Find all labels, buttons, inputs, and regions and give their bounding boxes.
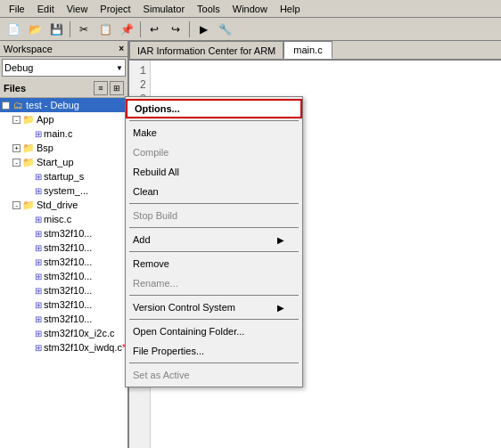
tree-item-bsp[interactable]: + 📁 Bsp <box>0 141 127 155</box>
ctx-file-props[interactable]: File Properties... <box>126 341 302 361</box>
menu-edit[interactable]: Edit <box>32 3 60 15</box>
sep1 <box>70 21 70 37</box>
ctx-stop-build: Stop Build <box>126 206 302 225</box>
expand-icon[interactable]: - <box>12 159 21 167</box>
ctx-rename: Rename... <box>126 273 302 293</box>
menu-view[interactable]: View <box>62 3 94 15</box>
workspace-close-button[interactable]: × <box>119 44 124 53</box>
tree-item-startup[interactable]: - 📁 Start_up <box>0 155 127 169</box>
paste-button[interactable]: 📌 <box>117 20 136 39</box>
tree-item-label: stm32f10... <box>44 228 92 239</box>
ctx-vcs-arrow-icon: ▶ <box>277 303 284 313</box>
view-option-1[interactable]: ≡ <box>94 81 108 95</box>
tree-item-stm-iwdq[interactable]: + ⊞ stm32f10x_iwdq.c * <box>0 340 127 354</box>
cut-button[interactable]: ✂ <box>74 20 94 39</box>
tree-item-label: startup_s <box>44 171 84 182</box>
workspace-title: Workspace × <box>0 41 127 57</box>
file-icon: ⊞ <box>35 129 42 139</box>
expand-icon[interactable]: + <box>12 144 21 152</box>
ctx-remove[interactable]: Remove <box>126 254 302 273</box>
tree-item-misc[interactable]: + ⊞ misc.c <box>0 212 127 226</box>
tree-item-stm6[interactable]: + ⊞ stm32f10... <box>0 297 127 312</box>
tree-item-label: test - Debug <box>26 100 79 110</box>
tree-item-stm7[interactable]: + ⊞ stm32f10... <box>0 312 127 326</box>
tree-item-stm3[interactable]: + ⊞ stm32f10... <box>0 255 127 269</box>
debug-button[interactable]: 🔧 <box>215 20 234 39</box>
tree-item-root[interactable]: - 🗂 test - Debug <box>0 98 127 112</box>
tree-item-stm4[interactable]: + ⊞ stm32f10... <box>0 269 127 283</box>
redo-button[interactable]: ↪ <box>166 20 185 39</box>
folder-icon: 📁 <box>22 156 35 168</box>
tree-item-label: stm32f10... <box>44 271 92 281</box>
menu-help[interactable]: Help <box>275 3 306 15</box>
ctx-clean-label: Clean <box>133 186 159 197</box>
tree-item-stm2[interactable]: + ⊞ stm32f10... <box>0 240 127 255</box>
menu-file[interactable]: File <box>4 3 30 15</box>
ctx-sep3 <box>129 227 299 228</box>
tab-iar-center[interactable]: IAR Information Center for ARM <box>129 41 283 59</box>
copy-button[interactable]: 📋 <box>95 20 115 39</box>
expand-icon[interactable]: - <box>12 116 21 124</box>
build-button[interactable]: ▶ <box>193 20 213 39</box>
tree-item-startup-s[interactable]: + ⊞ startup_s <box>0 169 127 183</box>
file-icon: ⊞ <box>35 329 42 338</box>
workspace-dropdown[interactable]: Debug ▼ <box>2 59 126 77</box>
ctx-add-arrow-icon: ▶ <box>277 235 284 245</box>
new-button[interactable]: 📄 <box>4 20 23 39</box>
file-icon: ⊞ <box>35 172 42 182</box>
tree-item-stm-i2c[interactable]: + ⊞ stm32f10x_i2c.c <box>0 326 127 340</box>
view-option-2[interactable]: ⊞ <box>110 81 124 95</box>
tree-item-main[interactable]: + ⊞ main.c <box>0 126 127 141</box>
tree-item-label: Std_drive <box>37 200 78 210</box>
menu-tools[interactable]: Tools <box>192 3 226 15</box>
workspace-label: Workspace <box>4 44 53 54</box>
ctx-sep6 <box>129 319 299 320</box>
tree-item-system[interactable]: + ⊞ system_... <box>0 183 127 198</box>
line-num: 1 <box>133 64 146 78</box>
menu-project[interactable]: Project <box>94 3 136 15</box>
sep2 <box>140 21 141 37</box>
ctx-set-active-label: Set as Active <box>133 370 190 380</box>
tree-item-app[interactable]: - 📁 App <box>0 112 127 126</box>
ctx-open-folder[interactable]: Open Containing Folder... <box>126 322 302 341</box>
file-icon: ⊞ <box>35 229 42 239</box>
files-header: Files ≡ ⊞ <box>0 78 127 98</box>
folder-icon: 📁 <box>22 142 35 154</box>
file-icon: ⊞ <box>35 314 42 324</box>
tab-main-c[interactable]: main.c <box>283 41 332 59</box>
tree-item-stm5[interactable]: + ⊞ stm32f10... <box>0 283 127 297</box>
tree-item-label: misc.c <box>44 214 71 224</box>
ctx-add-label: Add <box>133 234 151 245</box>
tree-item-stm1[interactable]: + ⊞ stm32f10... <box>0 226 127 240</box>
menubar: File Edit View Project Simulator Tools W… <box>0 0 501 18</box>
ctx-rebuild-all[interactable]: Rebuild All <box>126 162 302 182</box>
menu-simulator[interactable]: Simulator <box>138 3 190 15</box>
save-button[interactable]: 💾 <box>46 20 66 39</box>
folder-icon: 🗂 <box>12 99 24 111</box>
ctx-sep2 <box>129 203 299 204</box>
tree-item-label: system_... <box>44 185 88 196</box>
menu-window[interactable]: Window <box>227 3 273 15</box>
undo-button[interactable]: ↩ <box>144 20 164 39</box>
editor-tabs: IAR Information Center for ARM main.c <box>129 41 501 61</box>
ctx-vcs[interactable]: Version Control System ▶ <box>126 297 302 317</box>
ctx-options-label: Options... <box>135 103 180 114</box>
expand-icon[interactable]: - <box>2 102 10 110</box>
tree-item-label: main.c <box>44 128 72 139</box>
ctx-sep5 <box>129 295 299 296</box>
ctx-options[interactable]: Options... <box>126 99 302 118</box>
ctx-set-active: Set as Active <box>126 365 302 385</box>
ctx-make[interactable]: Make <box>126 123 302 143</box>
ctx-clean[interactable]: Clean <box>126 182 302 201</box>
file-tree: - 🗂 test - Debug - 📁 App + ⊞ main.c + 📁 … <box>0 98 127 448</box>
tree-item-label: App <box>37 114 54 125</box>
ctx-add[interactable]: Add ▶ <box>126 230 302 249</box>
expand-icon[interactable]: - <box>12 201 21 209</box>
tree-item-label: stm32f10x_i2c.c <box>44 328 114 338</box>
workspace-panel: Workspace × Debug ▼ Files ≡ ⊞ - 🗂 test -… <box>0 41 129 448</box>
open-button[interactable]: 📂 <box>25 20 45 39</box>
tree-item-std-drive[interactable]: - 📁 Std_drive <box>0 198 127 212</box>
tree-item-label: stm32f10... <box>44 285 92 296</box>
tree-item-label: stm32f10... <box>44 299 92 310</box>
tree-item-label: Bsp <box>37 143 53 153</box>
